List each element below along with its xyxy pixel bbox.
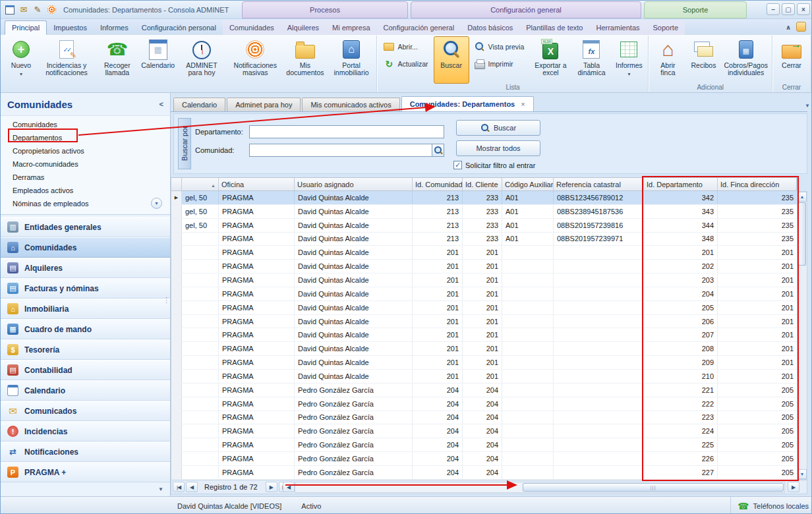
column-header-oficina[interactable]: Oficina: [219, 178, 295, 190]
sidebar-nav-alquileres[interactable]: Alquileres: [1, 258, 170, 278]
first-record-button[interactable]: [173, 482, 185, 492]
sidebar-nav-pragma[interactable]: PRAGMA +: [1, 462, 170, 482]
doc-tab-mis-comunicados-activos[interactable]: Mis comunicados activos: [302, 98, 399, 111]
vertical-scrollbar[interactable]: [797, 191, 807, 480]
filter-strip[interactable]: Buscar por: [178, 118, 191, 169]
table-row[interactable]: PRAGMADavid Quintas Alcalde201201201201: [171, 246, 797, 260]
column-header-referencia-catastral[interactable]: Referencia catastral: [554, 178, 644, 190]
doc-tab-comunidades-departamentos[interactable]: Comunidades: Departamentos: [401, 96, 534, 111]
column-header-id-comunidad[interactable]: Id. Comunidad: [413, 178, 463, 190]
close-button[interactable]: [797, 3, 810, 15]
table-row[interactable]: PRAGMAPedro González García204204222205: [171, 397, 797, 411]
sidebar-more-icon[interactable]: [151, 198, 162, 209]
table-row[interactable]: PRAGMADavid Quintas Alcalde213233A0108BS…: [171, 233, 797, 246]
ribbon-tab-mi-empresa[interactable]: Mi empresa: [326, 20, 376, 35]
maximize-button[interactable]: [782, 3, 795, 15]
ribbon-tab-alquileres[interactable]: Alquileres: [281, 20, 326, 35]
sidebar-nav-incidencias[interactable]: Incidencias: [1, 421, 170, 442]
table-row[interactable]: PRAGMAPedro González García204204224205: [171, 424, 797, 438]
ribbon-tab-principal[interactable]: Principal: [5, 20, 47, 35]
horizontal-scroll-thumb[interactable]: [523, 483, 784, 492]
abrir-finca-button[interactable]: Abrir finca: [650, 36, 685, 84]
next-record-button[interactable]: [266, 482, 277, 492]
exportar-a-excel-button[interactable]: Exportar a excel: [529, 36, 571, 84]
ribbon-tab-informes[interactable]: Informes: [94, 20, 135, 35]
table-row[interactable]: PRAGMADavid Quintas Alcalde201201209201: [171, 356, 797, 370]
incidencias-y-notificaciones-button[interactable]: Incidencias y notificaciones: [39, 36, 94, 84]
table-row[interactable]: gel, 50PRAGMADavid Quintas Alcalde213233…: [171, 205, 797, 219]
column-header-direccion[interactable]: [182, 178, 219, 190]
column-header-codigo-auxiliar[interactable]: Código Auxiliar: [502, 178, 554, 190]
recoger-llamada-button[interactable]: Recoger llamada: [94, 36, 140, 84]
sidebar-overflow-icon[interactable]: [158, 484, 163, 492]
mostrar-todos-button[interactable]: Mostrar todos: [456, 140, 540, 156]
sidebar-nav-facturas-y-nominas[interactable]: Facturas y nóminas: [1, 278, 170, 299]
window-icon[interactable]: [5, 5, 15, 15]
mail-icon[interactable]: [18, 5, 29, 15]
sidebar-nav-entidades-generales[interactable]: Entidades generales: [1, 217, 170, 237]
actualizar-button[interactable]: Actualizar: [380, 57, 431, 71]
table-row[interactable]: PRAGMADavid Quintas Alcalde201201206201: [171, 315, 797, 329]
vertical-scroll-thumb[interactable]: [798, 202, 806, 266]
mail-edit-icon[interactable]: [32, 5, 43, 15]
sidebar-item-copropietarios-activos[interactable]: Copropietarios activos: [1, 144, 170, 157]
comunidad-lookup-icon[interactable]: [432, 144, 444, 157]
abrir-button[interactable]: Abrir...: [380, 40, 431, 53]
sidebar-item-empleados-activos[interactable]: Empleados activos: [1, 184, 170, 197]
ribbon-tab-configuracion-personal[interactable]: Configuración personal: [135, 20, 223, 35]
sidebar-nav-tesoreria[interactable]: Tesorería: [1, 339, 170, 360]
imprimir-button[interactable]: Imprimir: [471, 57, 528, 71]
sidebar-nav-notificaciones[interactable]: Notificaciones: [1, 442, 170, 462]
notificaciones-masivas-button[interactable]: Notificaciones masivas: [227, 36, 283, 84]
prev-record-button[interactable]: [186, 482, 198, 492]
sidebar-item-comunidades[interactable]: Comunidades: [1, 118, 170, 131]
ribbon-tab-herramientas[interactable]: Herramientas: [589, 20, 646, 35]
hscroll-left-icon[interactable]: [283, 482, 295, 492]
table-row[interactable]: gel, 50PRAGMADavid Quintas Alcalde213233…: [171, 219, 797, 233]
table-row[interactable]: PRAGMAPedro González García204204221205: [171, 384, 797, 397]
sidebar-nav-contabilidad[interactable]: Contabilidad: [1, 360, 170, 380]
hscroll-right-icon[interactable]: [788, 482, 799, 492]
scroll-up-icon[interactable]: [798, 192, 807, 202]
table-row[interactable]: PRAGMAPedro González García204204225205: [171, 438, 797, 452]
sidebar-collapse-icon[interactable]: [160, 100, 163, 108]
doc-tab-calendario[interactable]: Calendario: [173, 98, 225, 111]
table-row[interactable]: PRAGMADavid Quintas Alcalde201201210201: [171, 370, 797, 384]
sidebar-item-nominas-de-empleados[interactable]: Nóminas de empleados: [1, 197, 170, 210]
horizontal-scrollbar[interactable]: [295, 482, 785, 493]
sidebar-nav-comunidades[interactable]: Comunidades: [1, 237, 170, 258]
ribbon-help-icon[interactable]: [796, 22, 806, 32]
solicitar-filtro-checkbox[interactable]: [453, 161, 462, 169]
comunidad-input[interactable]: [249, 144, 432, 157]
mis-documentos-button[interactable]: Mis documentos: [283, 36, 327, 84]
table-row[interactable]: PRAGMAPedro González García204204223205: [171, 411, 797, 425]
ribbon-tab-impuestos[interactable]: Impuestos: [47, 20, 94, 35]
scroll-down-icon[interactable]: [798, 469, 807, 479]
ribbon-tab-soporte[interactable]: Soporte: [647, 20, 685, 35]
ribbon-tab-plantillas-de-texto[interactable]: Plantillas de texto: [519, 20, 589, 35]
tab-list-icon[interactable]: [805, 101, 810, 109]
ribbon-tab-datos-basicos[interactable]: Datos básicos: [461, 20, 519, 35]
adminet-para-hoy-button[interactable]: ADMINET para hoy: [176, 36, 228, 84]
table-row[interactable]: PRAGMAPedro González García204204226205: [171, 452, 797, 466]
vertical-scroll-track[interactable]: [798, 266, 807, 469]
column-header-id-cliente[interactable]: Id. Cliente: [463, 178, 502, 190]
calendario-button[interactable]: Calendario: [140, 36, 176, 84]
sidebar-item-derramas[interactable]: Derramas: [1, 171, 170, 184]
doc-tab-adminet-para-hoy[interactable]: Adminet para hoy: [227, 98, 301, 111]
sidebar-nav-inmobiliaria[interactable]: Inmobiliaria: [1, 299, 170, 319]
table-row[interactable]: PRAGMADavid Quintas Alcalde201201203201: [171, 273, 797, 287]
recibos-button[interactable]: Recibos: [685, 36, 721, 84]
column-header-id-finca-direccion[interactable]: Id. Finca dirección: [718, 178, 798, 190]
buscar-button[interactable]: Buscar: [456, 120, 540, 136]
table-row[interactable]: PRAGMADavid Quintas Alcalde201201202201: [171, 260, 797, 273]
departamento-input[interactable]: [249, 125, 444, 138]
ribbon-tab-comunidades[interactable]: Comunidades: [223, 20, 281, 35]
vista-previa-button[interactable]: Vista previa: [471, 40, 528, 53]
portal-inmobiliario-button[interactable]: Portal inmobiliario: [328, 36, 376, 84]
cobros-pagos-individuales-button[interactable]: Cobros/Pagos individuales: [721, 36, 770, 84]
close-tab-icon[interactable]: [521, 100, 525, 108]
sidebar-item-macro-comunidades[interactable]: Macro-comunidades: [1, 157, 170, 171]
column-header-usuario-asignado[interactable]: Usuario asignado: [295, 178, 413, 190]
table-row[interactable]: gel, 50PRAGMADavid Quintas Alcalde213233…: [171, 191, 797, 205]
